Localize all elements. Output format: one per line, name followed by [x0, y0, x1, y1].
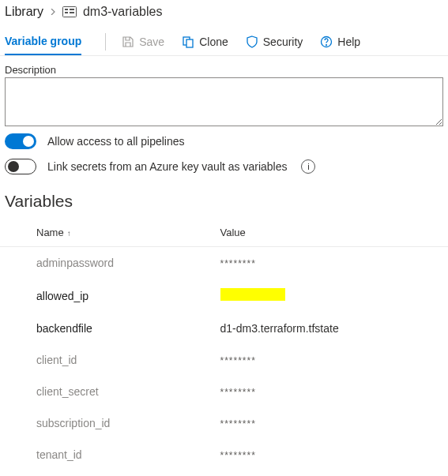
description-textarea[interactable] [5, 77, 443, 126]
toggle-allow-access-row: Allow access to all pipelines [0, 129, 448, 154]
variable-group-icon [62, 6, 77, 17]
toggle-keyvault[interactable] [5, 159, 36, 174]
shield-icon [246, 36, 258, 48]
save-icon [122, 36, 134, 48]
table-row[interactable]: client_secret******** [0, 376, 448, 407]
sort-asc-icon: ↑ [67, 229, 71, 238]
variable-value: ******** [216, 407, 449, 439]
breadcrumb-current: dm3-variables [83, 5, 162, 19]
clone-button[interactable]: Clone [174, 31, 236, 53]
variable-value: ******** [216, 439, 449, 470]
help-label: Help [337, 36, 360, 48]
table-row[interactable]: allowed_ip [0, 279, 448, 313]
variable-name: allowed_ip [0, 279, 216, 313]
variable-name: backendfile [0, 313, 216, 344]
svg-point-8 [326, 44, 327, 45]
description-label: Description [5, 64, 443, 76]
variable-name: client_secret [0, 376, 216, 407]
breadcrumb-root[interactable]: Library [5, 5, 43, 19]
help-icon [320, 36, 333, 48]
variable-value: d1-dm3.terraform.tfstate [216, 313, 449, 344]
svg-rect-3 [70, 9, 74, 10]
toggle-keyvault-label: Link secrets from an Azure key vault as … [47, 160, 287, 173]
info-icon[interactable]: i [301, 159, 315, 174]
variable-value: ******** [216, 344, 449, 376]
variable-value: ******** [216, 247, 449, 279]
breadcrumb: Library dm3-variables [0, 0, 448, 28]
variable-value [216, 279, 449, 313]
toolbar: Variable group Save Clone Security Help [0, 28, 448, 56]
table-row[interactable]: client_id******** [0, 344, 448, 376]
clone-label: Clone [199, 36, 228, 48]
variable-name: adminpassword [0, 247, 216, 279]
svg-rect-6 [186, 39, 193, 47]
toggle-allow-access[interactable] [5, 133, 36, 149]
toggle-allow-access-label: Allow access to all pipelines [47, 135, 185, 148]
column-header-value[interactable]: Value [216, 219, 449, 247]
save-label: Save [139, 36, 164, 48]
variable-name: tenant_id [0, 439, 216, 470]
tab-variable-group[interactable]: Variable group [5, 28, 81, 55]
svg-rect-4 [70, 12, 74, 13]
help-button[interactable]: Help [312, 31, 368, 53]
svg-rect-1 [65, 9, 68, 10]
column-header-name[interactable]: Name↑ [0, 219, 216, 247]
variable-name: client_id [0, 344, 216, 376]
description-section: Description [0, 56, 448, 129]
toolbar-divider [105, 33, 106, 51]
variables-table: Name↑ Value adminpassword********allowed… [0, 219, 448, 470]
clone-icon [182, 36, 194, 48]
svg-rect-2 [65, 12, 68, 13]
toggle-keyvault-row: Link secrets from an Azure key vault as … [0, 154, 448, 179]
security-button[interactable]: Security [238, 31, 311, 53]
table-row[interactable]: subscription_id******** [0, 407, 448, 439]
table-row[interactable]: tenant_id******** [0, 439, 448, 470]
chevron-right-icon [50, 8, 56, 17]
variable-value: ******** [216, 376, 449, 407]
variable-name: subscription_id [0, 407, 216, 439]
table-row[interactable]: backendfiled1-dm3.terraform.tfstate [0, 313, 448, 344]
security-label: Security [263, 36, 303, 48]
table-row[interactable]: adminpassword******** [0, 247, 448, 279]
variables-title: Variables [0, 179, 448, 219]
save-button: Save [114, 31, 172, 53]
